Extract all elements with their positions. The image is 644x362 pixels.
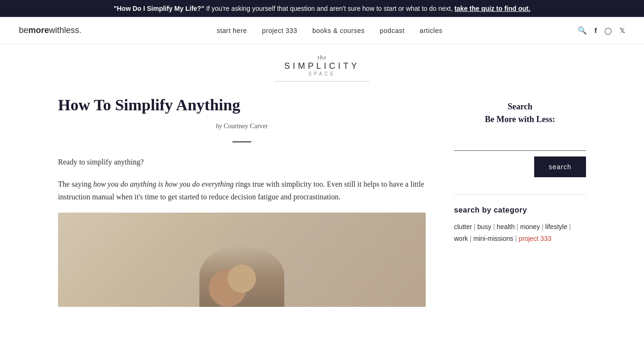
category-title: search by category xyxy=(454,206,586,214)
site-header: bemorewithless. start here project 333 b… xyxy=(0,17,644,44)
search-input-area: search xyxy=(454,137,586,177)
logo-middle: more xyxy=(28,25,49,35)
nav-podcast[interactable]: podcast xyxy=(380,27,405,34)
category-clutter[interactable]: clutter xyxy=(454,223,472,230)
main-nav: start here project 333 books & courses p… xyxy=(217,27,443,34)
facebook-icon[interactable]: f xyxy=(594,26,597,34)
header-icons: 🔍 f ◯ 𝕏 xyxy=(578,26,625,35)
main-content: How To Simplify Anything by Courtney Car… xyxy=(58,96,426,307)
logo-dot: . xyxy=(79,25,82,35)
search-button[interactable]: search xyxy=(534,156,586,177)
banner-bold-text: "How Do I Simplify My Life?" xyxy=(114,5,204,12)
byline-prefix: by xyxy=(216,123,222,130)
category-project-333[interactable]: project 333 xyxy=(519,235,551,242)
category-section: search by category clutter | busy | heal… xyxy=(454,194,586,245)
category-mini-missions[interactable]: mini-missions xyxy=(473,235,513,242)
category-work[interactable]: work xyxy=(454,235,468,242)
article-divider xyxy=(232,141,251,142)
sep-2: | xyxy=(493,223,497,230)
byline-author: Courtney Carver xyxy=(224,123,268,130)
sep-6: | xyxy=(470,235,473,242)
nav-articles[interactable]: articles xyxy=(420,27,442,34)
article-image xyxy=(58,213,426,307)
article-body: Ready to simplify anything? The saying h… xyxy=(58,156,426,204)
search-title-line1: Search xyxy=(508,102,533,111)
logo-suffix: withless xyxy=(49,25,79,35)
sidebar-search-title: Search Be More with Less: xyxy=(454,100,586,126)
sidebar: Search Be More with Less: search search … xyxy=(454,96,586,245)
nav-books-courses[interactable]: books & courses xyxy=(313,27,365,34)
category-money[interactable]: money xyxy=(520,223,540,230)
search-icon[interactable]: 🔍 xyxy=(578,26,587,35)
site-logo[interactable]: bemorewithless. xyxy=(19,25,82,35)
banner-link[interactable]: take the quiz to find out. xyxy=(454,5,530,12)
article-intro: Ready to simplify anything? xyxy=(58,156,426,168)
article-byline: by Courtney Carver xyxy=(58,123,426,130)
banner-text: If you're asking yourself that question … xyxy=(206,5,454,12)
sep-1: | xyxy=(474,223,478,230)
article-paragraph-1: The saying how you do anything is how yo… xyxy=(58,178,426,203)
sep-4: | xyxy=(542,223,545,230)
category-busy[interactable]: busy xyxy=(478,223,492,230)
sep-5: | xyxy=(569,223,571,230)
category-lifestyle[interactable]: lifestyle xyxy=(545,223,568,230)
twitter-icon[interactable]: 𝕏 xyxy=(619,26,625,35)
category-links: clutter | busy | health | money | lifest… xyxy=(454,221,586,245)
article-title: How To Simplify Anything xyxy=(58,96,426,115)
top-banner: "How Do I Simplify My Life?" If you're a… xyxy=(0,0,644,17)
page-wrapper: the SIMPLICITY SPACE How To Simplify Any… xyxy=(39,44,605,307)
category-health[interactable]: health xyxy=(497,223,515,230)
instagram-icon[interactable]: ◯ xyxy=(604,27,612,34)
simplicity-space-text: SPACE xyxy=(275,71,369,76)
logo-prefix: be xyxy=(19,25,28,35)
simplicity-main-text: SIMPLICITY xyxy=(275,61,369,71)
nav-project-333[interactable]: project 333 xyxy=(262,27,297,34)
simplicity-the-text: the xyxy=(275,54,369,61)
search-input[interactable] xyxy=(454,137,586,151)
search-title-line2: Be More with Less: xyxy=(485,115,555,124)
sep-3: | xyxy=(517,223,520,230)
content-layout: How To Simplify Anything by Courtney Car… xyxy=(58,96,586,307)
nav-start-here[interactable]: start here xyxy=(217,27,247,34)
simplicity-logo: the SIMPLICITY SPACE xyxy=(275,44,369,82)
article-italic: how you do anything is how you do everyt… xyxy=(93,180,234,188)
